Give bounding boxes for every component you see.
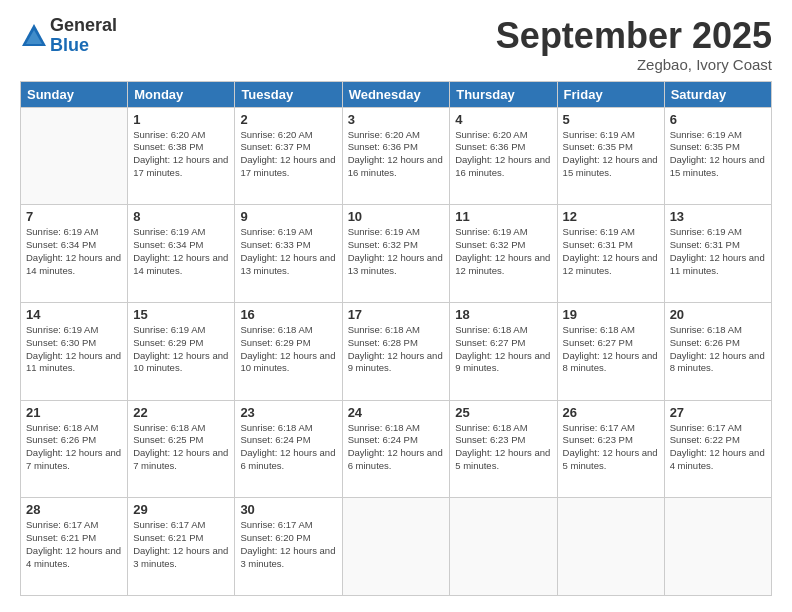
table-row: 9Sunrise: 6:19 AM Sunset: 6:33 PM Daylig… (235, 205, 342, 303)
day-number: 17 (348, 307, 445, 322)
col-sunday: Sunday (21, 81, 128, 107)
table-row: 26Sunrise: 6:17 AM Sunset: 6:23 PM Dayli… (557, 400, 664, 498)
table-row (450, 498, 557, 596)
day-number: 12 (563, 209, 659, 224)
day-info: Sunrise: 6:17 AM Sunset: 6:20 PM Dayligh… (240, 519, 336, 570)
table-row (664, 498, 771, 596)
calendar-week-row: 7Sunrise: 6:19 AM Sunset: 6:34 PM Daylig… (21, 205, 772, 303)
day-info: Sunrise: 6:19 AM Sunset: 6:34 PM Dayligh… (133, 226, 229, 277)
day-number: 1 (133, 112, 229, 127)
day-number: 22 (133, 405, 229, 420)
table-row: 30Sunrise: 6:17 AM Sunset: 6:20 PM Dayli… (235, 498, 342, 596)
col-friday: Friday (557, 81, 664, 107)
day-info: Sunrise: 6:17 AM Sunset: 6:23 PM Dayligh… (563, 422, 659, 473)
table-row: 29Sunrise: 6:17 AM Sunset: 6:21 PM Dayli… (128, 498, 235, 596)
day-info: Sunrise: 6:18 AM Sunset: 6:24 PM Dayligh… (348, 422, 445, 473)
table-row: 1Sunrise: 6:20 AM Sunset: 6:38 PM Daylig… (128, 107, 235, 205)
col-wednesday: Wednesday (342, 81, 450, 107)
day-info: Sunrise: 6:19 AM Sunset: 6:35 PM Dayligh… (563, 129, 659, 180)
table-row: 7Sunrise: 6:19 AM Sunset: 6:34 PM Daylig… (21, 205, 128, 303)
day-number: 28 (26, 502, 122, 517)
day-info: Sunrise: 6:18 AM Sunset: 6:27 PM Dayligh… (455, 324, 551, 375)
day-info: Sunrise: 6:19 AM Sunset: 6:30 PM Dayligh… (26, 324, 122, 375)
table-row: 11Sunrise: 6:19 AM Sunset: 6:32 PM Dayli… (450, 205, 557, 303)
day-info: Sunrise: 6:19 AM Sunset: 6:29 PM Dayligh… (133, 324, 229, 375)
day-number: 10 (348, 209, 445, 224)
day-number: 26 (563, 405, 659, 420)
calendar-header-row: Sunday Monday Tuesday Wednesday Thursday… (21, 81, 772, 107)
day-info: Sunrise: 6:19 AM Sunset: 6:32 PM Dayligh… (348, 226, 445, 277)
table-row: 18Sunrise: 6:18 AM Sunset: 6:27 PM Dayli… (450, 302, 557, 400)
day-info: Sunrise: 6:17 AM Sunset: 6:21 PM Dayligh… (133, 519, 229, 570)
title-section: September 2025 Zegbao, Ivory Coast (496, 16, 772, 73)
table-row (557, 498, 664, 596)
table-row: 15Sunrise: 6:19 AM Sunset: 6:29 PM Dayli… (128, 302, 235, 400)
table-row (21, 107, 128, 205)
day-number: 24 (348, 405, 445, 420)
month-title: September 2025 (496, 16, 772, 56)
table-row: 14Sunrise: 6:19 AM Sunset: 6:30 PM Dayli… (21, 302, 128, 400)
day-number: 25 (455, 405, 551, 420)
day-number: 23 (240, 405, 336, 420)
day-info: Sunrise: 6:17 AM Sunset: 6:21 PM Dayligh… (26, 519, 122, 570)
table-row: 2Sunrise: 6:20 AM Sunset: 6:37 PM Daylig… (235, 107, 342, 205)
day-number: 13 (670, 209, 766, 224)
table-row: 22Sunrise: 6:18 AM Sunset: 6:25 PM Dayli… (128, 400, 235, 498)
day-info: Sunrise: 6:19 AM Sunset: 6:31 PM Dayligh… (670, 226, 766, 277)
day-number: 18 (455, 307, 551, 322)
calendar-week-row: 28Sunrise: 6:17 AM Sunset: 6:21 PM Dayli… (21, 498, 772, 596)
day-info: Sunrise: 6:19 AM Sunset: 6:35 PM Dayligh… (670, 129, 766, 180)
table-row: 23Sunrise: 6:18 AM Sunset: 6:24 PM Dayli… (235, 400, 342, 498)
day-info: Sunrise: 6:19 AM Sunset: 6:32 PM Dayligh… (455, 226, 551, 277)
col-tuesday: Tuesday (235, 81, 342, 107)
table-row: 12Sunrise: 6:19 AM Sunset: 6:31 PM Dayli… (557, 205, 664, 303)
day-info: Sunrise: 6:18 AM Sunset: 6:29 PM Dayligh… (240, 324, 336, 375)
table-row: 8Sunrise: 6:19 AM Sunset: 6:34 PM Daylig… (128, 205, 235, 303)
day-number: 8 (133, 209, 229, 224)
day-number: 9 (240, 209, 336, 224)
day-number: 5 (563, 112, 659, 127)
logo-text: General Blue (50, 16, 117, 56)
col-monday: Monday (128, 81, 235, 107)
day-number: 4 (455, 112, 551, 127)
table-row: 21Sunrise: 6:18 AM Sunset: 6:26 PM Dayli… (21, 400, 128, 498)
logo-icon (20, 22, 48, 50)
page: General Blue September 2025 Zegbao, Ivor… (0, 0, 792, 612)
calendar-table: Sunday Monday Tuesday Wednesday Thursday… (20, 81, 772, 596)
calendar-week-row: 1Sunrise: 6:20 AM Sunset: 6:38 PM Daylig… (21, 107, 772, 205)
table-row: 16Sunrise: 6:18 AM Sunset: 6:29 PM Dayli… (235, 302, 342, 400)
logo-general-text: General (50, 16, 117, 36)
day-number: 7 (26, 209, 122, 224)
day-number: 21 (26, 405, 122, 420)
day-number: 29 (133, 502, 229, 517)
table-row: 19Sunrise: 6:18 AM Sunset: 6:27 PM Dayli… (557, 302, 664, 400)
col-thursday: Thursday (450, 81, 557, 107)
day-number: 27 (670, 405, 766, 420)
day-info: Sunrise: 6:20 AM Sunset: 6:37 PM Dayligh… (240, 129, 336, 180)
day-info: Sunrise: 6:19 AM Sunset: 6:33 PM Dayligh… (240, 226, 336, 277)
table-row: 4Sunrise: 6:20 AM Sunset: 6:36 PM Daylig… (450, 107, 557, 205)
day-info: Sunrise: 6:20 AM Sunset: 6:38 PM Dayligh… (133, 129, 229, 180)
day-info: Sunrise: 6:20 AM Sunset: 6:36 PM Dayligh… (348, 129, 445, 180)
table-row: 25Sunrise: 6:18 AM Sunset: 6:23 PM Dayli… (450, 400, 557, 498)
day-number: 15 (133, 307, 229, 322)
calendar-week-row: 14Sunrise: 6:19 AM Sunset: 6:30 PM Dayli… (21, 302, 772, 400)
day-number: 20 (670, 307, 766, 322)
day-number: 6 (670, 112, 766, 127)
table-row: 17Sunrise: 6:18 AM Sunset: 6:28 PM Dayli… (342, 302, 450, 400)
day-info: Sunrise: 6:18 AM Sunset: 6:26 PM Dayligh… (670, 324, 766, 375)
day-number: 3 (348, 112, 445, 127)
day-info: Sunrise: 6:17 AM Sunset: 6:22 PM Dayligh… (670, 422, 766, 473)
day-number: 11 (455, 209, 551, 224)
day-info: Sunrise: 6:19 AM Sunset: 6:34 PM Dayligh… (26, 226, 122, 277)
calendar-week-row: 21Sunrise: 6:18 AM Sunset: 6:26 PM Dayli… (21, 400, 772, 498)
day-number: 2 (240, 112, 336, 127)
table-row: 27Sunrise: 6:17 AM Sunset: 6:22 PM Dayli… (664, 400, 771, 498)
day-info: Sunrise: 6:18 AM Sunset: 6:28 PM Dayligh… (348, 324, 445, 375)
table-row: 5Sunrise: 6:19 AM Sunset: 6:35 PM Daylig… (557, 107, 664, 205)
day-number: 14 (26, 307, 122, 322)
logo-blue-text: Blue (50, 36, 117, 56)
table-row: 10Sunrise: 6:19 AM Sunset: 6:32 PM Dayli… (342, 205, 450, 303)
table-row: 20Sunrise: 6:18 AM Sunset: 6:26 PM Dayli… (664, 302, 771, 400)
table-row: 28Sunrise: 6:17 AM Sunset: 6:21 PM Dayli… (21, 498, 128, 596)
